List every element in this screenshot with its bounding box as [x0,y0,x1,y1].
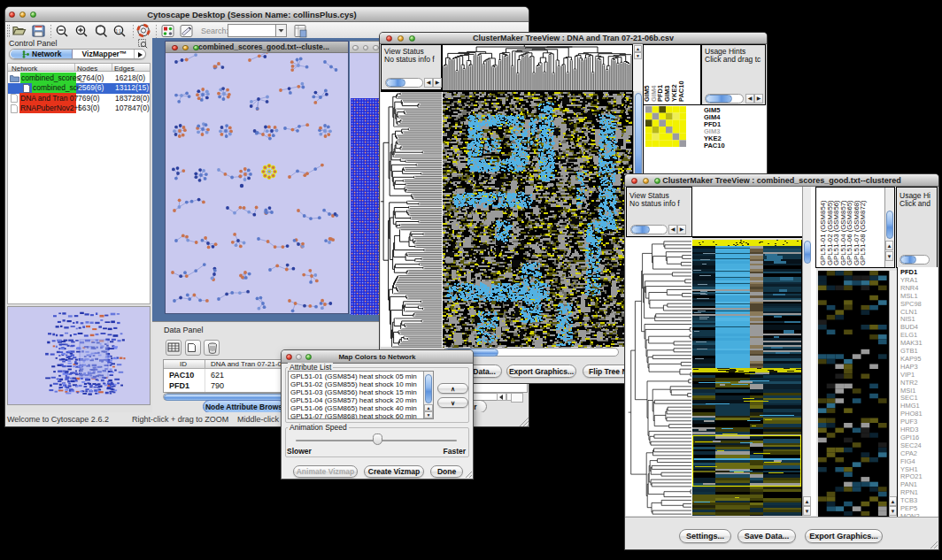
svg-text:PAC10: PAC10 [677,81,685,102]
svg-text:GPL51-08 (GSM872): GPL51-08 (GSM872) [859,200,867,265]
svg-text:Search:: Search: [201,27,228,35]
svg-text:1:1: 1:1 [116,29,122,34]
